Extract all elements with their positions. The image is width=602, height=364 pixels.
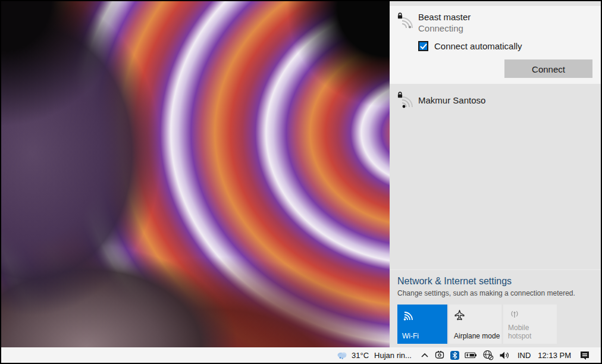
chevron-up-icon xyxy=(421,352,429,358)
settings-hint-text: Change settings, such as making a connec… xyxy=(397,289,594,297)
battery-tray-icon[interactable] xyxy=(465,351,477,359)
weather-rain-icon xyxy=(336,350,347,360)
connect-button[interactable]: Connect xyxy=(504,59,592,78)
wifi-network-flyout: Beast master Connecting Connect automati… xyxy=(390,1,601,347)
bluetooth-icon xyxy=(450,351,459,360)
network-name: Beast master xyxy=(418,11,471,23)
connect-automatically-checkbox[interactable] xyxy=(418,41,428,51)
volume-tray-icon[interactable] xyxy=(499,351,510,360)
speaker-icon xyxy=(499,351,510,360)
checkmark-icon xyxy=(420,43,427,49)
airplane-tile-label: Airplane mode xyxy=(454,332,498,340)
airplane-mode-tile[interactable]: Airplane mode xyxy=(449,305,501,344)
action-center-button[interactable] xyxy=(579,350,590,360)
network-item-beast-master[interactable]: Beast master Connecting Connect automati… xyxy=(390,6,601,84)
mobile-hotspot-icon xyxy=(508,309,521,322)
taskbar-weather[interactable]: 31°C Hujan rin... xyxy=(336,350,412,360)
network-name: Makmur Santoso xyxy=(418,95,485,105)
screenshot-root: Beast master Connecting Connect automati… xyxy=(0,0,602,364)
weather-temperature: 31°C xyxy=(352,351,369,360)
secured-wifi-connecting-icon xyxy=(397,12,415,30)
bluetooth-tray-icon[interactable] xyxy=(450,351,459,360)
wifi-toggle-tile[interactable]: Wi-Fi xyxy=(397,305,447,344)
battery-plugged-icon xyxy=(465,351,477,359)
network-item-makmur-santoso[interactable]: Makmur Santoso xyxy=(390,84,601,115)
mobile-hotspot-tile-label: Mobile hotspot xyxy=(508,324,541,340)
airplane-icon xyxy=(454,309,465,322)
taskbar-clock[interactable]: 12:13 PM xyxy=(538,351,571,360)
flyout-footer: Network & Internet settings Change setti… xyxy=(390,269,601,347)
wifi-tile-label: Wi-Fi xyxy=(402,332,444,340)
network-internet-settings-link[interactable]: Network & Internet settings xyxy=(397,276,594,287)
action-center-icon xyxy=(579,350,590,360)
globe-no-internet-icon xyxy=(482,350,494,360)
connect-automatically-label: Connect automatically xyxy=(434,41,522,51)
desktop-wallpaper xyxy=(1,1,390,347)
network-tray-icon[interactable] xyxy=(482,350,494,360)
network-status: Connecting xyxy=(418,23,471,34)
wifi-icon xyxy=(402,309,415,322)
mobile-hotspot-tile-disabled[interactable]: Mobile hotspot xyxy=(503,305,557,344)
taskbar: 31°C Hujan rin... xyxy=(1,347,601,363)
show-hidden-icons-chevron[interactable] xyxy=(421,352,429,358)
flyout-empty-space xyxy=(390,115,601,269)
quick-action-tiles: Wi-Fi Airplane mode Mobile hotspo xyxy=(397,305,594,344)
meet-now-tray-icon[interactable] xyxy=(434,350,445,360)
secured-wifi-signal-icon xyxy=(397,91,415,109)
language-indicator[interactable]: IND xyxy=(518,351,531,360)
weather-condition: Hujan rin... xyxy=(374,351,412,360)
camera-icon xyxy=(434,350,445,360)
